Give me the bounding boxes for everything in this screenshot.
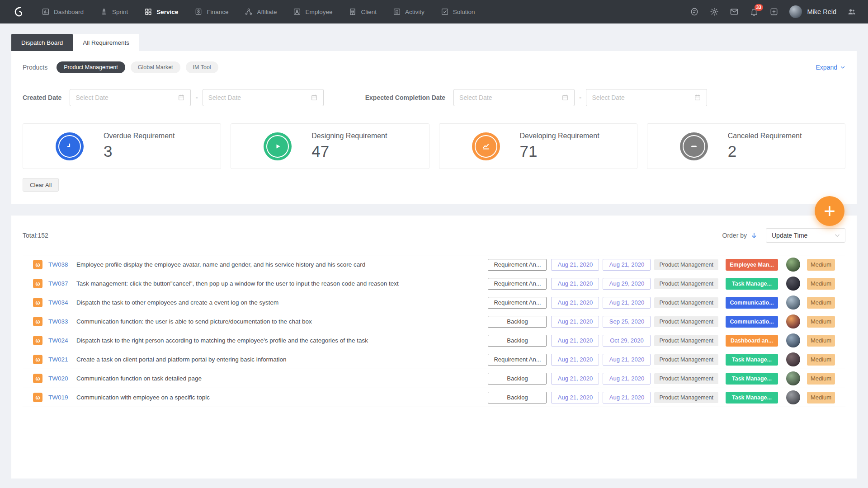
assignee-avatar[interactable] bbox=[786, 314, 800, 328]
requirements-list-panel: Total:152 Order by Update Time ωTW038Emp… bbox=[11, 216, 857, 479]
nav-item-service[interactable]: Service bbox=[144, 8, 178, 16]
module-tag[interactable]: Communicatio... bbox=[726, 316, 778, 328]
end-date-button[interactable]: Aug 21, 2020 bbox=[603, 354, 651, 366]
nav-item-solution[interactable]: Solution bbox=[441, 8, 475, 16]
add-square-icon[interactable] bbox=[769, 7, 778, 16]
status-button[interactable]: Backlog bbox=[488, 373, 547, 385]
start-date-button[interactable]: Aug 21, 2020 bbox=[551, 354, 599, 366]
end-date-button[interactable]: Aug 21, 2020 bbox=[603, 392, 651, 404]
assignee-avatar[interactable] bbox=[786, 333, 800, 347]
dollar-icon bbox=[194, 8, 203, 16]
filter-panel: Products Product ManagementGlobal Market… bbox=[11, 51, 857, 204]
requirement-id-link[interactable]: TW019 bbox=[48, 394, 75, 401]
nav-item-finance[interactable]: Finance bbox=[194, 8, 228, 16]
list-header: Total:152 Order by Update Time bbox=[11, 216, 857, 243]
assignee-avatar[interactable] bbox=[786, 296, 800, 310]
module-tag[interactable]: Task Manage... bbox=[726, 278, 778, 290]
product-pill-global-market[interactable]: Global Market bbox=[131, 61, 180, 73]
start-date-button[interactable]: Aug 21, 2020 bbox=[551, 335, 599, 347]
nav-item-affiliate[interactable]: Affiliate bbox=[245, 8, 277, 16]
end-date-button[interactable]: Aug 21, 2020 bbox=[603, 297, 651, 309]
start-date-button[interactable]: Aug 21, 2020 bbox=[551, 259, 599, 271]
chevron-down-icon bbox=[834, 232, 840, 239]
stat-value: 3 bbox=[104, 142, 175, 160]
add-requirement-fab[interactable]: + bbox=[815, 196, 844, 226]
expected-completion-date-label: Expected Completion Date bbox=[365, 94, 445, 101]
created-date-from-input[interactable]: Select Date bbox=[70, 89, 191, 106]
start-date-button[interactable]: Aug 21, 2020 bbox=[551, 316, 599, 328]
tab-dispatch-board[interactable]: Dispatch Board bbox=[11, 34, 73, 51]
tab-all-requirements[interactable]: All Requirements bbox=[73, 34, 139, 51]
status-button[interactable]: Requirement An... bbox=[488, 354, 547, 366]
assignee-avatar[interactable] bbox=[786, 258, 800, 272]
end-date-button[interactable]: Aug 21, 2020 bbox=[603, 373, 651, 385]
priority-badge: Medium bbox=[807, 297, 835, 309]
app-logo-icon[interactable] bbox=[12, 5, 25, 19]
people-icon[interactable] bbox=[847, 7, 856, 16]
status-button[interactable]: Backlog bbox=[488, 316, 547, 328]
priority-badge: Medium bbox=[807, 278, 835, 290]
created-date-to-input[interactable]: Select Date bbox=[203, 89, 324, 106]
product-pill-im-tool[interactable]: IM Tool bbox=[186, 61, 218, 73]
end-date-button[interactable]: Sep 25, 2020 bbox=[603, 316, 651, 328]
module-tag[interactable]: Employee Man... bbox=[726, 259, 778, 271]
expected-date-from-input[interactable]: Select Date bbox=[453, 89, 575, 106]
nav-item-dashboard[interactable]: Dashboard bbox=[42, 8, 84, 16]
product-pill-product-management[interactable]: Product Management bbox=[57, 61, 125, 73]
chevron-down-icon bbox=[840, 65, 845, 70]
status-button[interactable]: Backlog bbox=[488, 392, 547, 404]
nav-item-activity[interactable]: Activity bbox=[393, 8, 425, 16]
assignee-avatar[interactable] bbox=[786, 371, 800, 385]
expand-toggle[interactable]: Expand bbox=[816, 64, 845, 71]
gear-icon[interactable] bbox=[710, 7, 719, 16]
requirement-id-link[interactable]: TW033 bbox=[48, 318, 75, 325]
start-date-button[interactable]: Aug 21, 2020 bbox=[551, 373, 599, 385]
end-date-button[interactable]: Aug 29, 2020 bbox=[603, 278, 651, 290]
nav-item-employee[interactable]: Employee bbox=[293, 8, 332, 16]
network-icon bbox=[245, 8, 253, 16]
start-date-button[interactable]: Aug 21, 2020 bbox=[551, 297, 599, 309]
stat-card-developing-requirement: Developing Requirement71 bbox=[439, 123, 637, 169]
start-date-button[interactable]: Aug 21, 2020 bbox=[551, 278, 599, 290]
requirement-id-link[interactable]: TW037 bbox=[48, 280, 75, 287]
status-button[interactable]: Requirement An... bbox=[488, 297, 547, 309]
nav-item-sprint[interactable]: Sprint bbox=[100, 8, 128, 16]
end-date-button[interactable]: Aug 21, 2020 bbox=[603, 259, 651, 271]
module-tag[interactable]: Communicatio... bbox=[726, 297, 778, 309]
assignee-avatar[interactable] bbox=[786, 277, 800, 291]
dashboard-icon bbox=[42, 8, 50, 16]
bell-icon[interactable]: 33 bbox=[750, 7, 759, 16]
requirement-id-link[interactable]: TW038 bbox=[48, 261, 75, 268]
requirement-id-link[interactable]: TW024 bbox=[48, 337, 75, 344]
module-tag[interactable]: Task Manage... bbox=[726, 354, 778, 366]
assignee-avatar[interactable] bbox=[786, 352, 800, 366]
assignee-avatar[interactable] bbox=[786, 390, 800, 404]
expected-date-to-input[interactable]: Select Date bbox=[586, 89, 707, 106]
sort-field-select[interactable]: Update Time bbox=[766, 228, 845, 243]
chat-icon[interactable] bbox=[690, 7, 699, 16]
range-separator: - bbox=[579, 94, 581, 102]
stat-label: Designing Requirement bbox=[311, 132, 387, 140]
nav-item-client[interactable]: Client bbox=[349, 8, 377, 16]
status-button[interactable]: Requirement An... bbox=[488, 278, 547, 290]
minus-icon bbox=[680, 132, 708, 160]
sort-direction-icon[interactable] bbox=[750, 232, 758, 239]
requirement-title: Dispatch task to the right person accord… bbox=[76, 337, 488, 344]
module-tag[interactable]: Task Manage... bbox=[726, 373, 778, 385]
calendar-icon bbox=[178, 94, 185, 101]
module-tag[interactable]: Task Manage... bbox=[726, 392, 778, 404]
clear-all-button[interactable]: Clear All bbox=[23, 178, 59, 192]
status-button[interactable]: Backlog bbox=[488, 335, 547, 347]
requirement-id-link[interactable]: TW034 bbox=[48, 299, 75, 306]
mail-icon[interactable] bbox=[730, 7, 739, 16]
start-date-button[interactable]: Aug 21, 2020 bbox=[551, 392, 599, 404]
user-avatar[interactable] bbox=[789, 5, 802, 18]
product-label: Product Management bbox=[654, 259, 718, 270]
user-name: Mike Reid bbox=[807, 8, 836, 15]
status-button[interactable]: Requirement An... bbox=[488, 259, 547, 271]
module-tag[interactable]: Dashboard an... bbox=[726, 335, 778, 347]
requirement-id-link[interactable]: TW020 bbox=[48, 375, 75, 382]
requirement-id-link[interactable]: TW021 bbox=[48, 356, 75, 363]
requirement-row: ωTW034Dispatch the task to other employe… bbox=[23, 293, 845, 312]
end-date-button[interactable]: Oct 29, 2020 bbox=[603, 335, 651, 347]
